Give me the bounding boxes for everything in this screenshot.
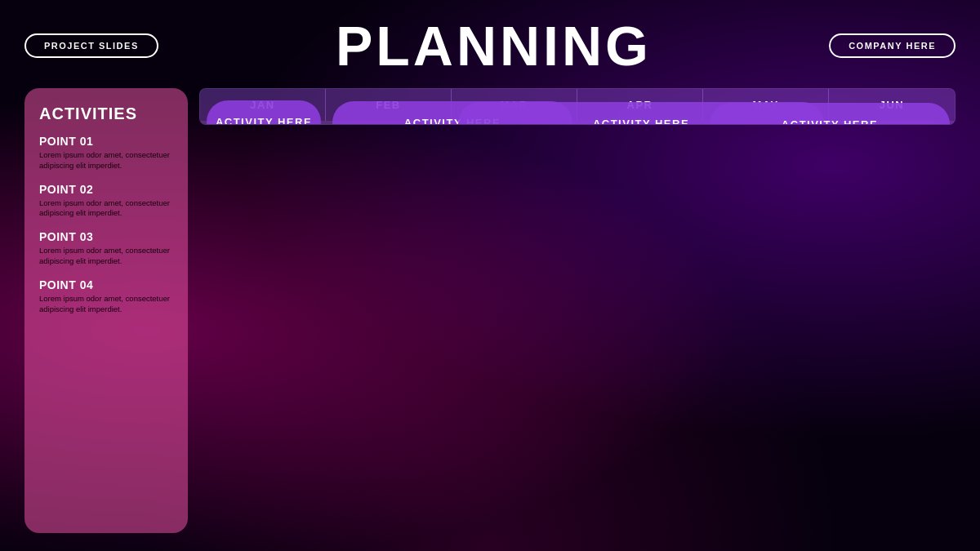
main-row: ACTIVITIES POINT 01 Lorem ipsum odor ame… [24,88,956,533]
point-02-title: POINT 02 [39,183,173,196]
point-03-desc: Lorem ipsum odor amet, consectetuer adip… [39,246,173,267]
badge-label: PROJECT SLIDES [44,41,139,51]
sidebar-title: ACTIVITIES [39,104,173,123]
header: PROJECT SLIDES PLANNING COMPANY HERE [24,18,956,73]
project-slides-badge: PROJECT SLIDES [24,33,158,58]
point-01: POINT 01 Lorem ipsum odor amet, consecte… [39,135,173,171]
point-02-desc: Lorem ipsum odor amet, consectetuer adip… [39,198,173,220]
gantt-chart: JAN FEB MAR APR MAY JUN [199,88,956,125]
sidebar: ACTIVITIES POINT 01 Lorem ipsum odor ame… [24,88,188,533]
company-badge: COMPANY HERE [829,33,956,58]
point-01-title: POINT 01 [39,135,173,148]
activity-bar-1: ACTIVITY HERE [207,100,321,125]
point-03-title: POINT 03 [39,230,173,243]
point-04-title: POINT 04 [39,278,173,291]
point-02: POINT 02 Lorem ipsum odor amet, consecte… [39,183,173,220]
gantt-body: ACTIVITY HERE ACTIVITY HERE [200,121,955,124]
point-04: POINT 04 Lorem ipsum odor amet, consecte… [39,278,173,315]
page-title: PLANNING [336,18,652,73]
activity-bar-4: ACTIVITY HERE [710,103,950,125]
page-content: PROJECT SLIDES PLANNING COMPANY HERE ACT… [0,0,980,551]
point-04-desc: Lorem ipsum odor amet, consectetuer adip… [39,294,173,315]
company-label: COMPANY HERE [849,41,936,51]
point-01-desc: Lorem ipsum odor amet, consectetuer adip… [39,150,173,171]
point-03: POINT 03 Lorem ipsum odor amet, consecte… [39,230,173,267]
